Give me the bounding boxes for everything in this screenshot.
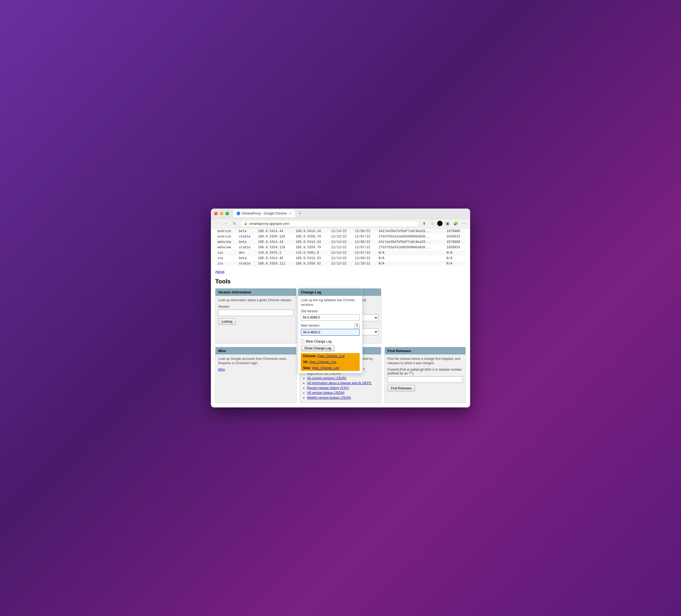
hash-cell: 4417ee59d7bf6df7a9c9ea28... <box>376 239 445 245</box>
change-log-card: Change Log Look up the log between two C… <box>298 288 363 373</box>
previous-version-cell: 108.0.5359.52 <box>294 261 329 266</box>
show-change-log-button[interactable]: Show Change Log <box>301 345 334 351</box>
tools-heading: Tools <box>215 278 466 285</box>
prev-date-cell: 12/08/22 <box>353 228 376 234</box>
blink-label: Blink Change Log <box>306 340 332 343</box>
table-row: ios beta 109.0.5414.46 109.0.5414.33 12/… <box>215 255 466 261</box>
channel-cell: stable <box>236 261 256 266</box>
version-info-body: Look up information about a given Chrome… <box>216 296 296 327</box>
table-row: webview stable 108.0.5359.128 108.0.5359… <box>215 245 466 250</box>
current-date-cell: 12/14/22 <box>329 228 353 234</box>
reader-icon[interactable]: ▣ <box>444 220 451 227</box>
extension-icon[interactable]: 🧩 <box>452 220 459 227</box>
commit-input[interactable] <box>387 376 463 383</box>
active-tab[interactable]: OmahaProxy - Google Chrome ✕ <box>233 210 295 217</box>
more-icon[interactable]: ⋯ <box>460 220 467 227</box>
tab-bar: OmahaProxy - Google Chrome ✕ + <box>233 210 459 217</box>
who-header: Who <box>216 347 296 354</box>
find-releases-header: Find Releases <box>385 347 465 354</box>
version-input[interactable] <box>218 310 294 316</box>
branch-cell: N/A <box>445 255 466 261</box>
old-version-input[interactable] <box>301 314 360 321</box>
versions-table: android beta 109.0.5414.44 109.0.5414.34… <box>215 228 466 266</box>
reload-button[interactable]: ↻ <box>231 220 238 227</box>
table-row: ios dev 110.0.5475.2 110.0.5461.0 12/14/… <box>215 250 466 255</box>
os-cell: webview <box>215 239 236 245</box>
previous-version-cell: 109.0.5414.33 <box>294 255 329 261</box>
os-cell: ios <box>215 250 236 255</box>
list-item: All information about a release and its … <box>307 381 378 385</box>
current-version-cell: 108.0.5359.112 <box>256 261 294 266</box>
chrome-change-log-link[interactable]: View_Change_Log <box>317 354 345 358</box>
find-releases-button[interactable]: Find Releases <box>387 385 415 392</box>
old-version-label: Old Version: <box>301 309 360 313</box>
who-body: Look up Google accounts from Chromium on… <box>216 354 296 374</box>
webkit-lookup-link[interactable]: WebKit version lookup (JSON) <box>307 396 351 400</box>
blink-checkbox[interactable] <box>301 340 304 343</box>
branch-cell: 1070088 <box>445 228 466 234</box>
new-version-input[interactable] <box>301 329 360 336</box>
branch-cell: 1070088 <box>445 239 466 245</box>
hash-cell: 27d3765d341b09369006d030... <box>376 234 445 239</box>
json-link[interactable]: All current versions (JSON) <box>307 376 346 380</box>
result-v8: V8: View_Change_Log <box>301 359 360 365</box>
close-button[interactable] <box>214 212 218 215</box>
hash-cell: N/A <box>376 261 445 266</box>
toolbar-icons: ⬆ ☆ ▣ 🧩 ⋯ <box>421 220 467 227</box>
share-icon[interactable]: ⬆ <box>421 220 427 227</box>
current-version-cell: 108.0.5359.128 <box>256 234 294 239</box>
change-log-desc: Look up the log between two Chrome versi… <box>301 298 360 307</box>
list-item: Recent release history (CSV) <box>307 386 378 390</box>
back-button[interactable]: ← <box>214 220 221 227</box>
channel-cell: beta <box>236 239 256 245</box>
hash-cell: N/A <box>376 250 445 255</box>
current-version-cell: 108.0.5359.128 <box>256 245 294 250</box>
release-history-link[interactable]: Recent release history (CSV) <box>307 386 349 390</box>
who-link[interactable]: Who <box>218 368 225 371</box>
release-deps-link[interactable]: All information about a release and its … <box>307 381 372 385</box>
channel-cell: beta <box>236 228 256 234</box>
content-area: android beta 109.0.5414.44 109.0.5414.34… <box>211 228 470 408</box>
find-releases-desc: Find the release where a change first sh… <box>387 356 463 366</box>
prev-date-cell: 12/07/22 <box>353 234 376 239</box>
new-tab-button[interactable]: + <box>296 210 303 217</box>
version-label: Version: <box>218 305 294 309</box>
os-cell: webview <box>215 245 236 250</box>
record-icon[interactable] <box>437 221 443 226</box>
v8-change-log-link[interactable]: View_Change_Log <box>309 360 336 364</box>
os-cell: ios <box>215 261 236 266</box>
table-row: android stable 108.0.5359.128 108.0.5359… <box>215 234 466 239</box>
lookup-button[interactable]: Lookup <box>218 318 236 325</box>
version-info-desc: Look up information about a given Chrome… <box>218 298 294 303</box>
channel-cell: stable <box>236 245 256 250</box>
swap-button[interactable]: ⇅ <box>354 323 360 328</box>
tab-favicon <box>236 212 240 215</box>
find-releases-body: Find the release where a change first sh… <box>385 354 465 394</box>
skia-change-log-link[interactable]: View_Change_Log <box>311 366 339 370</box>
bookmark-icon[interactable]: ☆ <box>429 220 435 227</box>
about-link[interactable]: About <box>215 270 466 274</box>
maximize-button[interactable] <box>225 212 229 215</box>
v8-lookup-link[interactable]: V8 version lookup (JSON) <box>307 391 345 395</box>
previous-version-cell: 110.0.5461.0 <box>294 250 329 255</box>
table-row: android beta 109.0.5414.44 109.0.5414.34… <box>215 228 466 234</box>
commit-label: Commit (Full or partial git SHA-1 or rev… <box>387 368 463 375</box>
current-date-cell: 12/13/22 <box>329 234 353 239</box>
previous-version-cell: 108.0.5359.79 <box>294 234 329 239</box>
prev-date-cell: 11/29/22 <box>353 261 376 266</box>
table-row: ios stable 108.0.5359.112 108.0.5359.52 … <box>215 261 466 266</box>
tab-close-button[interactable]: ✕ <box>288 212 292 215</box>
who-card: Who Look up Google accounts from Chromiu… <box>215 347 297 403</box>
forward-button[interactable]: → <box>223 220 229 227</box>
current-date-cell: 12/14/22 <box>329 250 353 255</box>
minimize-button[interactable] <box>220 212 223 215</box>
channel-cell: stable <box>236 234 256 239</box>
prev-date-cell: 12/08/22 <box>353 239 376 245</box>
address-field[interactable]: 🔒 omahaproxy.appspot.com <box>240 220 419 227</box>
hash-cell: 4417ee59d7bf6df7a9c9ea28... <box>376 228 445 234</box>
os-cell: android <box>215 228 236 234</box>
branch-cell: 1058933 <box>445 245 466 250</box>
result-chrome: Chrome: View_Change_Log <box>301 353 360 359</box>
current-version-cell: 110.0.5475.2 <box>256 250 294 255</box>
previous-version-cell: 108.0.5359.79 <box>294 245 329 250</box>
